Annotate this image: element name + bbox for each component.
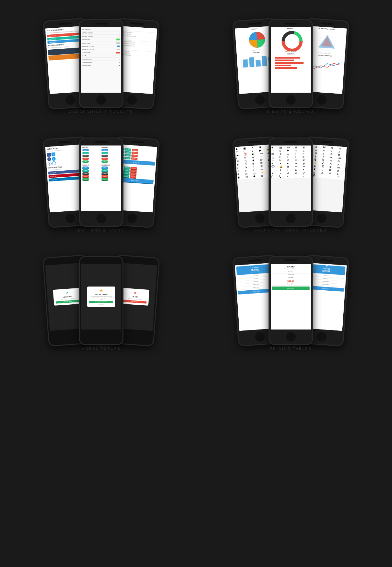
- mobile-bar-chart: [272, 55, 311, 71]
- phone-pricing-basic: BASIC All the essential features Free In…: [269, 256, 313, 345]
- buttons-section: SOCIAL ICONS Social icons, you simply po…: [6, 118, 196, 237]
- c3d-classic-btn-5: Button: [123, 169, 130, 172]
- classic-btn-8: Button: [124, 154, 131, 157]
- rounded-btn-dark: Button: [102, 155, 108, 157]
- modal-phones: ✔ AWESOME These are awesome alert boxes!…: [10, 243, 193, 345]
- c3d-btn-red: Button: [82, 175, 89, 177]
- circled-btn-green: Button: [82, 160, 89, 163]
- svg-rect-4: [249, 57, 255, 67]
- toggle-ios1-dot: [116, 39, 120, 40]
- c3d-classic-btn-9: Button: [130, 173, 136, 175]
- screen-modal-offer: ★ SPECIAL OFFER Fully customizable, and …: [81, 264, 121, 330]
- custom-trigger-row: Custom Trigger ▾: [82, 64, 120, 67]
- facebook-icon: f: [47, 153, 51, 157]
- classic-btn-3: Button: [132, 149, 138, 151]
- video-accordion-row: Video Accordion ▾: [82, 61, 120, 64]
- offer-icon: ★: [89, 288, 113, 293]
- c3d-btn-blue: Button: [82, 167, 89, 169]
- toggle-arrow2: ARROW TOGGLE ▾: [82, 35, 120, 38]
- svg-rect-3: [243, 59, 248, 67]
- buttons-circled-content: CIRCLED Button Button Button: [81, 145, 121, 211]
- toggle-ios2-dot: [116, 42, 120, 44]
- svg-rect-15: [275, 67, 297, 69]
- offer-text: Fully customizable, and very easy to use…: [89, 296, 113, 300]
- phone-toggle: PLUS TOGGLE + ARROW TOGGLE ▾ ARROW TOGGL…: [79, 19, 123, 108]
- pricing-basic-content: BASIC All the essential features Free In…: [271, 264, 311, 330]
- toggle-content: PLUS TOGGLE + ARROW TOGGLE ▾ ARROW TOGGL…: [81, 27, 121, 93]
- svg-rect-13: [275, 62, 304, 64]
- toggle-android2-switch: [117, 49, 120, 50]
- classic-btn-9: Button: [131, 154, 138, 157]
- c3d-classic-btn-6: Button: [130, 170, 136, 172]
- basic-purchase-btn[interactable]: PURCHASE: [272, 287, 310, 290]
- c3d-classic-btn-2: Button: [123, 167, 130, 169]
- accordions-section: COLOR ACCORDIONS Showcase something impo…: [6, 0, 196, 118]
- svg-rect-14: [275, 65, 291, 66]
- svg-rect-5: [256, 60, 261, 67]
- classic-btn-6: Button: [131, 152, 138, 154]
- circled-btn-blue: Button: [82, 149, 89, 151]
- rounded-btn-teal: Button: [102, 152, 108, 154]
- classic-btn-5: Button: [125, 151, 131, 154]
- r3d-btn-blue: Button: [102, 167, 108, 169]
- c3d-classic-btn-3: Button: [130, 167, 137, 169]
- basic-title: BASIC: [272, 265, 310, 268]
- mobile-donut-chart: [272, 30, 311, 51]
- facebook-icon-2: f: [47, 157, 51, 161]
- screen-buttons-circled: CIRCLED Button Button Button: [81, 145, 121, 211]
- buttons-phones: SOCIAL ICONS Social icons, you simply po…: [10, 125, 193, 227]
- rounded-btn-red: Button: [102, 158, 108, 160]
- success-button[interactable]: ARROW YEAH!: [56, 300, 80, 303]
- charts-label: CHARTS & GRAPHS: [267, 110, 315, 114]
- c3d-btn-green: Button: [82, 178, 89, 180]
- text-accordion-row: Text Accordion ▾: [82, 54, 120, 58]
- basic-price: $19.99: [272, 279, 310, 283]
- c3d-btn-teal: Button: [82, 169, 89, 172]
- toggle-android1-switch: [117, 46, 120, 47]
- modal-label: MODAL POPUPS: [81, 347, 121, 351]
- accordions-phones: COLOR ACCORDIONS Showcase something impo…: [10, 6, 193, 108]
- facebook-icon-3: f: [47, 161, 52, 166]
- mobile-web2-title: MOBILE W...: [272, 53, 310, 55]
- classic-btn-2: Button: [125, 148, 131, 151]
- modal-section: ✔ AWESOME These are awesome alert boxes!…: [6, 237, 196, 355]
- r3d-btn-red: Button: [102, 175, 108, 177]
- toggle-ios2: IOS STYLE 2: [82, 41, 120, 45]
- circled-label: CIRCLED: [82, 147, 101, 148]
- phone-buttons-circled: CIRCLED Button Button Button: [79, 138, 123, 227]
- phone-mobile-chart: MOBILE O... ■ Apple Inc. ■ Samsung MOBIL…: [269, 19, 313, 108]
- colors-star-icon: ★: [325, 264, 328, 268]
- screen-mobile-chart: MOBILE O... ■ Apple Inc. ■ Samsung MOBIL…: [271, 27, 311, 93]
- rounded3d-label: ROUNDED 3D: [102, 164, 120, 166]
- toggle-title-row: TOGGLE TITLE: [82, 51, 120, 54]
- classic-btn-11: Button: [124, 157, 131, 159]
- circled-btn-dark: Button: [82, 155, 89, 157]
- svg-rect-6: [262, 56, 267, 66]
- pricing-section: CLASSIC $59.99 One Time Payment Free Ins…: [196, 237, 386, 355]
- offer-no-thanks: No, thank you: [89, 304, 113, 305]
- rounded-btn-green: Button: [102, 160, 108, 163]
- circled-btn-red: Button: [82, 158, 89, 160]
- offer-card: ★ SPECIAL OFFER Fully customizable, and …: [87, 287, 115, 307]
- error-button[interactable]: TRY AGAIN: [122, 300, 147, 303]
- classic-btn-12: Button: [131, 157, 137, 160]
- svg-line-1: [241, 57, 242, 68]
- c3d-classic-btn-8: Button: [123, 172, 130, 174]
- screen-icons-2: ⊞▤Aa⊟⊠ ⋯⊡⊢⊣E ◫⊤⊥⊦⊧ 📋⊨⊩⊪⊫ ↔⊬⊭⊮⊯ ⊰⊱⊲⊳⊴ 💬🔔⊵…: [271, 145, 311, 211]
- circle3d-label: CIRCLE 3D: [82, 164, 101, 166]
- c3d-classic-btn-11: Button: [123, 175, 130, 177]
- mobile-chart-content: MOBILE O... ■ Apple Inc. ■ Samsung MOBIL…: [271, 27, 311, 93]
- twitter-icon: t: [51, 152, 55, 157]
- toggle-android2: ANDROID STYLE 2: [82, 48, 120, 51]
- screen-toggle: PLUS TOGGLE + ARROW TOGGLE ▾ ARROW TOGGL…: [81, 27, 121, 93]
- font-icons-section: ◆▣✕▣? ✏□●▶💳 ☁📅◉⟶⊕ !◻W→○ 👁🛒✱@📷 ◈☉⊘🏛📧 ◊⚙♪👁…: [196, 118, 386, 237]
- r3d-btn-dark: Button: [102, 172, 108, 174]
- svg-rect-11: [275, 57, 300, 59]
- font-icons-phones: ◆▣✕▣? ✏□●▶💳 ☁📅◉⟶⊕ !◻W→○ 👁🛒✱@📷 ◈☉⊘🏛📧 ◊⚙♪👁…: [199, 125, 382, 227]
- r3d-btn-green: Button: [102, 178, 108, 180]
- twitter-icon-2: t: [52, 157, 56, 161]
- offer-title: SPECIAL OFFER: [89, 294, 113, 295]
- font-icons-label: 500+ FONT ICONS INCLUDED: [255, 228, 327, 232]
- offer-button[interactable]: CHECK OUT OFFER: [89, 301, 113, 303]
- pricing-label: PRICING TABLES: [270, 347, 312, 351]
